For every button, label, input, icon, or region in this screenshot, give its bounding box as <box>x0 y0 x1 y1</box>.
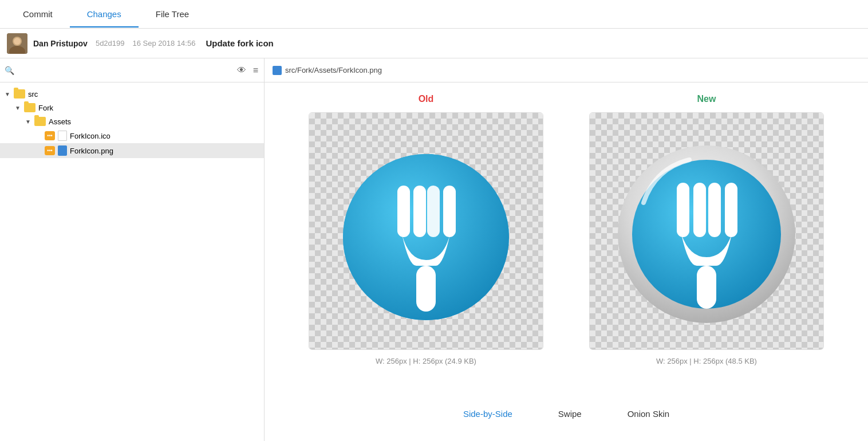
left-panel: 🔍 👁 ≡ ▼ src ▼ Fork ▼ <box>0 58 265 441</box>
image-diff-area: Old <box>265 82 868 441</box>
svg-rect-16 <box>708 183 721 237</box>
old-image-info: W: 256px | H: 256px (24.9 KB) <box>376 357 476 365</box>
old-image-frame <box>309 112 543 350</box>
chevron-fork: ▼ <box>15 105 23 111</box>
view-onion-skin[interactable]: Onion Skin <box>628 409 669 419</box>
new-image-info: W: 256px | H: 256px (48.5 KB) <box>656 357 757 365</box>
image-col-new: New <box>589 94 824 365</box>
folder-icon-src <box>14 89 25 99</box>
svg-rect-15 <box>693 183 706 237</box>
file-badge-ico: ••• <box>45 131 55 140</box>
folder-label-assets: Assets <box>49 117 71 126</box>
tab-commit[interactable]: Commit <box>6 1 70 27</box>
svg-rect-9 <box>427 186 440 237</box>
new-fork-icon <box>590 113 823 349</box>
file-badge-png: ••• <box>45 146 55 155</box>
list-icon[interactable]: ≡ <box>252 64 259 77</box>
commit-hash: 5d2d199 <box>96 39 125 48</box>
commit-message: Update fork icon <box>206 38 273 48</box>
file-path-bar: src/Fork/Assets/ForkIcon.png <box>265 58 868 82</box>
folder-label-src: src <box>28 90 38 99</box>
commit-author: Dan Pristupov <box>33 39 88 48</box>
file-label-png: ForkIcon.png <box>70 147 113 155</box>
view-swipe[interactable]: Swipe <box>558 409 582 419</box>
old-fork-icon <box>309 113 543 349</box>
svg-rect-14 <box>677 183 689 237</box>
avatar <box>7 33 27 54</box>
tree-item-forkicon-ico[interactable]: ▶ ••• ForkIcon.ico <box>0 128 264 143</box>
file-path-icon <box>273 66 282 75</box>
folder-icon-assets <box>34 117 46 126</box>
search-input[interactable] <box>18 66 236 74</box>
old-checkerboard <box>309 113 543 349</box>
image-col-old: Old <box>309 94 543 365</box>
chevron-assets: ▼ <box>25 119 33 125</box>
chevron-src: ▼ <box>5 91 13 97</box>
folder-label-fork: Fork <box>38 104 53 112</box>
file-tree: ▼ src ▼ Fork ▼ Assets ▶ ••• <box>0 82 264 441</box>
commit-bar: Dan Pristupov 5d2d199 16 Sep 2018 14:56 … <box>0 29 868 58</box>
svg-rect-10 <box>443 186 456 237</box>
file-icon-ico <box>58 131 67 141</box>
folder-icon-fork <box>24 103 35 112</box>
svg-rect-13 <box>697 266 716 309</box>
svg-rect-8 <box>413 186 426 237</box>
svg-point-3 <box>14 38 21 45</box>
tab-bar: Commit Changes File Tree <box>0 0 868 29</box>
svg-rect-17 <box>725 183 737 237</box>
tab-filetree[interactable]: File Tree <box>139 1 206 27</box>
commit-date: 16 Sep 2018 14:56 <box>133 39 196 48</box>
new-image-frame <box>589 112 824 350</box>
old-label: Old <box>419 94 434 104</box>
tree-item-forkicon-png[interactable]: ▶ ••• ForkIcon.png <box>0 143 264 158</box>
toolbar-icons: 👁 ≡ <box>236 64 259 77</box>
right-panel: src/Fork/Assets/ForkIcon.png Old <box>265 58 868 441</box>
tree-item-assets[interactable]: ▼ Assets <box>0 115 264 128</box>
tree-item-src[interactable]: ▼ src <box>0 87 264 101</box>
tab-changes[interactable]: Changes <box>70 1 139 27</box>
image-compare-row: Old <box>309 94 824 398</box>
eye-icon[interactable]: 👁 <box>236 64 247 77</box>
file-icon-png <box>58 145 67 156</box>
file-label-ico: ForkIcon.ico <box>70 132 111 140</box>
main-content: 🔍 👁 ≡ ▼ src ▼ Fork ▼ <box>0 58 868 441</box>
svg-rect-6 <box>416 266 436 312</box>
view-switcher: Side-by-Side Swipe Onion Skin <box>455 398 677 430</box>
new-checkerboard <box>590 113 823 349</box>
file-path-text: src/Fork/Assets/ForkIcon.png <box>285 66 382 74</box>
new-label: New <box>697 94 716 104</box>
view-side-by-side[interactable]: Side-by-Side <box>463 409 512 419</box>
svg-rect-7 <box>397 186 410 237</box>
tree-item-fork[interactable]: ▼ Fork <box>0 101 264 115</box>
search-bar: 🔍 👁 ≡ <box>0 58 264 82</box>
search-icon: 🔍 <box>5 66 14 75</box>
